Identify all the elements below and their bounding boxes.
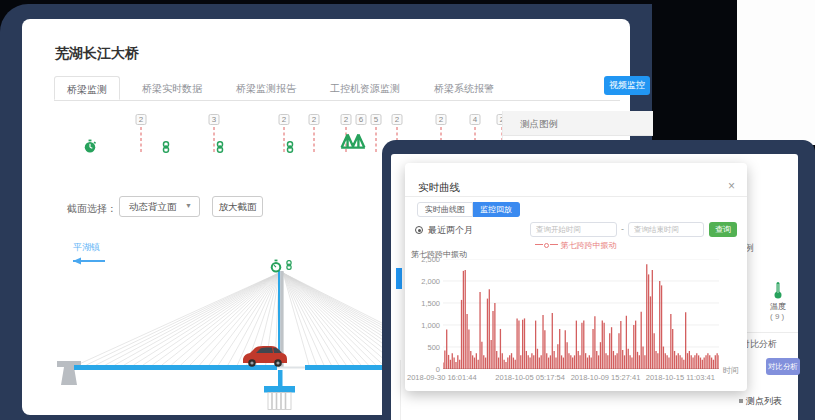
link-icon[interactable] bbox=[284, 141, 296, 153]
modal-title: 实时曲线 bbox=[418, 181, 460, 195]
legend-line bbox=[550, 244, 558, 245]
chart-x-axis-name: 时间 bbox=[723, 365, 739, 376]
sensor-count-badge: 2 bbox=[392, 114, 403, 125]
x-tick-label: 2018-09-30 16:01:44 bbox=[407, 373, 477, 382]
section-select-label: 截面选择： bbox=[67, 202, 117, 216]
link-icon bbox=[287, 261, 291, 270]
sensor-count-badge: 2 bbox=[279, 114, 290, 125]
sensor-count-badge: 6 bbox=[356, 114, 367, 125]
partial-blue-element bbox=[396, 268, 402, 289]
temperature-label: 温度 bbox=[770, 301, 786, 312]
sensor-count-badge: 2 bbox=[341, 114, 352, 125]
point-list-label: 测点列表 bbox=[746, 395, 782, 408]
sensor-dash-line bbox=[314, 127, 315, 152]
legend-line bbox=[535, 244, 543, 245]
tab-2[interactable]: 桥梁监测报告 bbox=[224, 76, 308, 100]
query-end-time-input[interactable] bbox=[628, 222, 704, 237]
video-monitor-button[interactable]: 视频监控 bbox=[604, 76, 650, 95]
y-tick-label: 1,500 bbox=[410, 299, 440, 308]
page-title: 芜湖长江大桥 bbox=[55, 45, 139, 63]
main-tab-bar: 桥梁监测桥梁实时数据桥梁监测报告工控机资源监测桥梁系统报警 bbox=[54, 76, 620, 101]
section-select-value: 动态背立面 bbox=[129, 201, 177, 214]
vibration-chart bbox=[443, 259, 719, 369]
link-icon[interactable] bbox=[160, 141, 172, 153]
query-button[interactable]: 查询 bbox=[709, 222, 737, 237]
sensor-count-badge: 4 bbox=[470, 114, 481, 125]
thermometer-icon bbox=[772, 281, 784, 299]
x-tick-label: 2018-10-15 11:03:41 bbox=[646, 373, 715, 382]
legend-circle-icon bbox=[544, 243, 549, 248]
section-select-dropdown[interactable]: 动态背立面 ▼ bbox=[119, 196, 200, 217]
screenshot-root: 芜湖长江大桥 桥梁监测桥梁实时数据桥梁监测报告工控机资源监测桥梁系统报警 视频监… bbox=[0, 0, 815, 420]
enlarge-section-button[interactable]: 放大截面 bbox=[212, 196, 263, 217]
compare-analysis-button[interactable]: 对比分析 bbox=[766, 358, 800, 375]
modal-tab-bar: 实时曲线图监控回放 bbox=[417, 202, 520, 217]
background-window-fragment bbox=[737, 0, 815, 145]
location-label: 平湖镇 bbox=[73, 241, 100, 254]
list-bullet bbox=[739, 399, 743, 403]
bridge-icon[interactable] bbox=[340, 127, 366, 153]
sensor-count-badge: 3 bbox=[209, 114, 220, 125]
sensor-count-badge: 2 bbox=[436, 114, 447, 125]
query-start-time-input[interactable] bbox=[530, 222, 617, 237]
sensor-count-badge: 2 bbox=[309, 114, 320, 125]
y-tick-label: 2,500 bbox=[410, 255, 440, 264]
y-tick-label: 2,000 bbox=[410, 277, 440, 286]
sensor-dash-line bbox=[376, 127, 377, 152]
x-tick-label: 2018-10-05 05:17:54 bbox=[495, 373, 565, 382]
link-icon[interactable] bbox=[214, 141, 226, 153]
stopwatch-icon[interactable] bbox=[83, 139, 97, 153]
partial-grid-line bbox=[400, 360, 401, 420]
legend-label: 第七跨跨中振动 bbox=[561, 241, 617, 250]
divider bbox=[405, 196, 747, 197]
modal-tab-0[interactable]: 实时曲线图 bbox=[417, 202, 473, 217]
recent-two-months-radio[interactable] bbox=[415, 226, 423, 234]
modal-tab-1[interactable]: 监控回放 bbox=[473, 202, 520, 217]
tab-0[interactable]: 桥梁监测 bbox=[54, 76, 120, 100]
temperature-count: ( 9 ) bbox=[770, 312, 784, 321]
realtime-curve-modal: 实时曲线 × 实时曲线图监控回放 最近两个月 - 查询 第七跨跨中振动 第七跨跨… bbox=[405, 163, 747, 391]
sensor-count-badge: 2 bbox=[136, 114, 147, 125]
legend-panel-title: 测点图例 bbox=[520, 118, 558, 131]
sensor-count-badge: 5 bbox=[371, 114, 382, 125]
west-arrow-icon bbox=[73, 258, 105, 265]
tab-1[interactable]: 桥梁实时数据 bbox=[130, 76, 214, 100]
gauge-icon bbox=[271, 260, 282, 273]
time-range-separator: - bbox=[621, 224, 624, 234]
recent-two-months-label: 最近两个月 bbox=[428, 224, 473, 237]
x-tick-label: 2018-10-09 15:27:41 bbox=[571, 373, 641, 382]
close-icon[interactable]: × bbox=[728, 179, 735, 193]
left-pier bbox=[57, 361, 81, 385]
sensor-dash-line bbox=[141, 127, 142, 152]
y-tick-label: 500 bbox=[410, 343, 440, 352]
chevron-down-icon: ▼ bbox=[185, 202, 192, 209]
y-tick-label: 1,000 bbox=[410, 321, 440, 330]
tab-3[interactable]: 工控机资源监测 bbox=[318, 76, 412, 100]
tab-4[interactable]: 桥梁系统报警 bbox=[422, 76, 506, 100]
